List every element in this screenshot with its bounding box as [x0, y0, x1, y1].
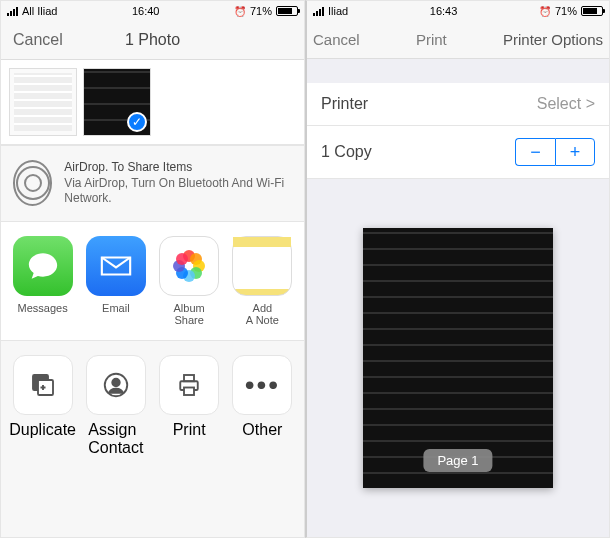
- messages-icon: [13, 236, 73, 296]
- copies-plus-button[interactable]: +: [555, 138, 595, 166]
- notes-icon: [232, 236, 292, 296]
- svg-rect-14: [184, 387, 194, 395]
- copies-minus-button[interactable]: −: [515, 138, 555, 166]
- airdrop-icon: [13, 160, 52, 206]
- album-share-label: Album Share: [174, 302, 205, 326]
- assign-contact-label: Assign Contact: [88, 421, 143, 457]
- page-number-badge: Page 1: [423, 449, 492, 472]
- other-label: Other: [242, 421, 282, 439]
- print-preview-area: Page 1: [307, 179, 609, 537]
- duplicate-label: Duplicate: [9, 421, 76, 439]
- battery-icon: [276, 6, 298, 16]
- email-label: Email: [102, 302, 130, 324]
- airdrop-row[interactable]: AirDrop. To Share Items Via AirDrop, Tur…: [1, 145, 304, 222]
- mail-icon: [86, 236, 146, 296]
- signal-icon: [7, 6, 18, 16]
- printer-label: Printer: [321, 95, 368, 113]
- clock: 16:43: [430, 5, 458, 17]
- more-icon: •••: [232, 355, 292, 415]
- page-title: Printer Options: [503, 31, 603, 48]
- battery-percent: 71%: [555, 5, 577, 17]
- battery-icon: [581, 6, 603, 16]
- printer-options-screen: Iliad 16:43 ⏰ 71% Cancel Print Printer O…: [305, 0, 610, 538]
- printer-value: Select >: [537, 95, 595, 113]
- action-duplicate[interactable]: Duplicate: [9, 355, 76, 523]
- printer-select-row[interactable]: Printer Select >: [307, 83, 609, 126]
- clock: 16:40: [132, 5, 160, 17]
- action-assign-contact[interactable]: Assign Contact: [82, 355, 149, 523]
- action-other[interactable]: ••• Other: [229, 355, 296, 523]
- duplicate-icon: [13, 355, 73, 415]
- share-notes[interactable]: Add A Note: [229, 236, 296, 326]
- airdrop-title: AirDrop. To Share Items: [64, 160, 292, 176]
- nav-bar: Cancel 1 Photo: [1, 21, 304, 60]
- signal-icon: [313, 6, 324, 16]
- photos-icon: [159, 236, 219, 296]
- copies-label: 1 Copy: [321, 143, 372, 161]
- add-note-label: Add A Note: [246, 302, 279, 326]
- copies-stepper: − +: [515, 138, 595, 166]
- carrier-label: All Iliad: [22, 5, 57, 17]
- thumbnail-item[interactable]: [9, 68, 77, 136]
- share-album[interactable]: Album Share: [156, 236, 223, 326]
- page-title: 1 Photo: [93, 31, 212, 49]
- status-bar: All Iliad 16:40 ⏰ 71%: [1, 1, 304, 21]
- cancel-button[interactable]: Cancel: [313, 31, 360, 48]
- alarm-icon: ⏰: [234, 6, 246, 17]
- thumbnail-item-selected[interactable]: ✓: [83, 68, 151, 136]
- share-messages[interactable]: Messages: [9, 236, 76, 326]
- photo-thumbnails: ✓: [1, 60, 304, 145]
- share-apps-row: Messages Email Album Shar: [1, 222, 304, 341]
- share-email[interactable]: Email: [82, 236, 149, 326]
- svg-point-7: [176, 253, 188, 265]
- copies-row: 1 Copy − +: [307, 126, 609, 179]
- section-gap: [307, 59, 609, 83]
- print-label: Print: [173, 421, 206, 439]
- airdrop-subtitle: Via AirDrop, Turn On Bluetooth And Wi-Fi…: [64, 176, 292, 207]
- carrier-label: Iliad: [328, 5, 348, 17]
- print-preview-page[interactable]: Page 1: [363, 228, 553, 488]
- print-icon: [159, 355, 219, 415]
- contact-icon: [86, 355, 146, 415]
- share-sheet-screen: All Iliad 16:40 ⏰ 71% Cancel 1 Photo ✓ A…: [0, 0, 305, 538]
- nav-bar: Cancel Print Printer Options: [307, 21, 609, 59]
- status-bar: Iliad 16:43 ⏰ 71%: [307, 1, 609, 21]
- svg-point-11: [112, 379, 120, 387]
- selected-check-icon: ✓: [127, 112, 147, 132]
- alarm-icon: ⏰: [539, 6, 551, 17]
- cancel-button[interactable]: Cancel: [13, 31, 93, 49]
- action-print[interactable]: Print: [156, 355, 223, 523]
- print-button[interactable]: Print: [416, 31, 447, 48]
- share-actions-row: Duplicate Assign Contact Print ••• Other: [1, 341, 304, 537]
- messages-label: Messages: [18, 302, 68, 324]
- battery-percent: 71%: [250, 5, 272, 17]
- svg-rect-13: [184, 375, 194, 381]
